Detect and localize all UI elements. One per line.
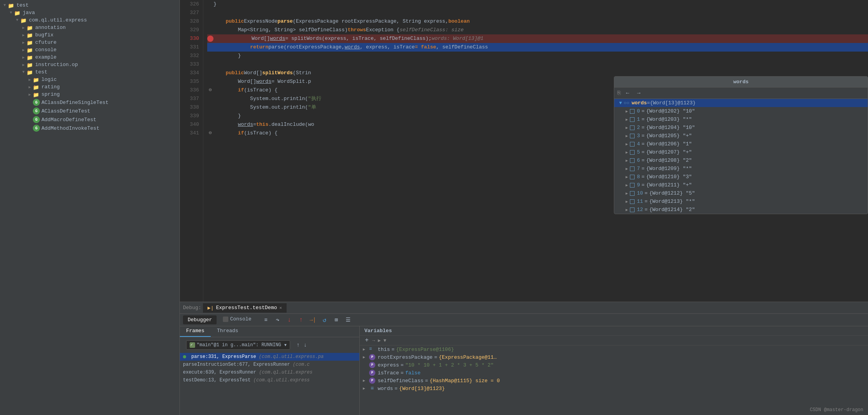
stop-btn[interactable]: ↺ xyxy=(319,315,330,325)
tab-console[interactable]: Console xyxy=(218,315,256,325)
word-icon xyxy=(630,199,635,204)
tree-arrow xyxy=(8,11,14,15)
frame-item-parseinstr[interactable]: parseInstructionSet:677, ExpressRunner (… xyxy=(180,361,359,368)
line-num: 326 xyxy=(180,0,199,9)
frame-up-btn[interactable]: ↑ xyxy=(295,341,301,349)
word-item-10[interactable]: ▶ 10 = {Word@1212} "5" xyxy=(614,189,868,197)
tab-frames[interactable]: Frames xyxy=(180,326,211,337)
tree-item-cfuture[interactable]: 📁 cfuture xyxy=(0,39,179,46)
tree-item-console[interactable]: 📁 console xyxy=(0,46,179,54)
code-text: this xyxy=(256,120,268,129)
code-line-329: Map<String, String> selfDefineClass) thr… xyxy=(207,26,868,34)
word-item-3[interactable]: ▶ 3 = {Word@1205} "+" xyxy=(614,132,868,140)
list-icon[interactable]: ≡ xyxy=(261,315,271,325)
tree-label: logic xyxy=(41,77,57,82)
var-item-istrace[interactable]: P isTrace = false xyxy=(360,369,868,377)
frame-item-parse[interactable]: parse:331, ExpressParse (com.ql.util.exp… xyxy=(180,353,359,361)
add-variable-btn[interactable]: + xyxy=(363,336,371,344)
word-val: {Word@1206} "1" xyxy=(646,141,692,147)
word-root-item[interactable]: ▼ ○○ words = {Word[13]@1123} xyxy=(614,99,868,107)
word-item-8[interactable]: ▶ 8 = {Word@1210} "3" xyxy=(614,173,868,181)
line-num: 336 xyxy=(180,86,199,95)
frame-item-execute[interactable]: execute:639, ExpressRunner (com.ql.util.… xyxy=(180,368,359,376)
tab-threads[interactable]: Threads xyxy=(211,326,245,337)
code-text: (ExpressPackage rootExpressPackage, Stri… xyxy=(293,17,448,26)
session-tab-express[interactable]: ▶| ExpressTest.testDemo ✕ xyxy=(203,303,287,313)
word-item-1[interactable]: ▶ 1 = {Word@1203} "*" xyxy=(614,115,868,123)
step-into-btn[interactable]: ↓ xyxy=(284,315,294,325)
word-val: {Word@1204} "10" xyxy=(646,125,695,131)
expand-arrow: ▶ xyxy=(624,134,630,138)
word-item-6[interactable]: ▶ 6 = {Word@1208} "2" xyxy=(614,156,868,165)
copy-icon[interactable]: ⎘ xyxy=(617,90,621,96)
word-item-5[interactable]: ▶ 5 = {Word@1207} "+" xyxy=(614,148,868,156)
fold-marker: ⊖ xyxy=(207,129,213,138)
tree-item-addmacro[interactable]: G AddMacroDefineTest xyxy=(0,115,179,124)
var-item-root[interactable]: P rootExpressPackage = {ExpressPackage@1… xyxy=(360,353,868,361)
var-item-express[interactable]: P express = "10 * 10 + 1 + 2 * 3 + 5 * 2… xyxy=(360,361,868,369)
folder-icon: 📁 xyxy=(27,25,34,30)
frames-dropdown[interactable]: "main"@1 in g...main": RUNNING ▼ xyxy=(186,340,290,350)
tree-item-instruction-op[interactable]: 📁 instruction.op xyxy=(0,61,179,68)
tree-item-bugfix[interactable]: 📁 bugfix xyxy=(0,31,179,39)
run-cursor-btn[interactable]: →| xyxy=(308,315,318,325)
tree-label: java xyxy=(23,10,35,16)
back-btn[interactable]: ← xyxy=(624,89,631,97)
code-line-328: public ExpressNode parse (ExpressPackage… xyxy=(207,17,868,26)
tab-debugger[interactable]: Debugger xyxy=(183,315,217,324)
code-line-332: } xyxy=(207,52,868,60)
word-index: 7 xyxy=(637,166,640,172)
step-out-btn[interactable]: ↑ xyxy=(296,315,306,325)
word-item-0[interactable]: ▶ 0 = {Word@1202} "10" xyxy=(614,107,868,115)
lines-btn[interactable]: ☰ xyxy=(343,315,353,325)
word-eq: = xyxy=(642,125,645,131)
frame-down-btn[interactable]: ↓ xyxy=(302,341,308,349)
word-index: 1 xyxy=(637,116,640,122)
frame-italic: (com.c xyxy=(293,362,310,367)
frame-item-testdemo[interactable]: testDemo:13, ExpressTest (com.ql.util.ex… xyxy=(180,376,359,384)
code-text: System.out.println( xyxy=(213,95,308,103)
expand-arrow: ▶ xyxy=(624,150,630,155)
step-over-btn[interactable]: ↷ xyxy=(273,315,283,325)
line-num: 337 xyxy=(180,95,199,103)
tree-item-logic[interactable]: 📁 logic xyxy=(0,76,179,83)
tree-item-rating[interactable]: 📁 rating xyxy=(0,83,179,91)
word-item-12[interactable]: ▶ 12 = {Word@1214} "2" xyxy=(614,206,868,214)
expand-arrow: ▶ xyxy=(624,175,630,179)
tree-label: instruction.op xyxy=(35,62,78,68)
code-text: Word[] xyxy=(213,77,256,86)
session-tab-label: ExpressTest.testDemo xyxy=(216,305,277,311)
word-item-9[interactable]: ▶ 9 = {Word@1211} "+" xyxy=(614,181,868,189)
var-item-this[interactable]: ≡ this = {ExpressParse@1106} xyxy=(360,345,868,353)
tree-item-aclassdefine-single[interactable]: G AClassDefineSingleTest xyxy=(0,98,179,107)
var-name: isTrace xyxy=(378,370,399,376)
folder-icon: 📁 xyxy=(20,18,27,23)
tree-item-java[interactable]: 📁 java xyxy=(0,9,179,16)
word-icon xyxy=(630,117,635,122)
tree-item-aclassdefine[interactable]: G AClassDefineTest xyxy=(0,107,179,115)
forward-btn[interactable]: → xyxy=(635,89,642,97)
word-item-7[interactable]: ▶ 7 = {Word@1209} "*" xyxy=(614,165,868,173)
var-item-selfdefine[interactable]: P selfDefineClass = {HashMap@1115} size … xyxy=(360,377,868,385)
grid-btn[interactable]: ⊞ xyxy=(331,315,341,325)
tree-item-spring[interactable]: 📁 spring xyxy=(0,91,179,98)
word-item-11[interactable]: ▶ 11 = {Word@1213} "*" xyxy=(614,197,868,206)
folder-icon: 📁 xyxy=(27,47,34,53)
watermark: CSDN @master-dragon xyxy=(810,407,863,413)
tree-item-addmethod[interactable]: G AddMethodInvokeTest xyxy=(0,124,179,132)
word-icon-oo: ○○ xyxy=(624,100,629,106)
tree-arrow xyxy=(20,25,27,30)
tree-item-example[interactable]: 📁 example xyxy=(0,54,179,61)
word-index: 10 xyxy=(637,190,643,196)
word-val: {Word@1212} "5" xyxy=(649,190,695,196)
word-item-4[interactable]: ▶ 4 = {Word@1206} "1" xyxy=(614,140,868,148)
tree-item-com-ql-util[interactable]: 📁 com.ql.util.express xyxy=(0,16,179,24)
tree-item-test-root[interactable]: 📁 test xyxy=(0,2,179,9)
tree-label: AddMethodInvokeTest xyxy=(41,125,99,131)
close-session-btn[interactable]: ✕ xyxy=(279,305,282,310)
word-item-2[interactable]: ▶ 2 = {Word@1204} "10" xyxy=(614,123,868,132)
var-item-words[interactable]: ≡ words = {Word[13]@1123} xyxy=(360,385,868,392)
tree-item-test-sub[interactable]: 📁 test xyxy=(0,68,179,76)
tree-arrow xyxy=(27,92,33,97)
tree-item-annotation[interactable]: 📁 annotation xyxy=(0,24,179,31)
